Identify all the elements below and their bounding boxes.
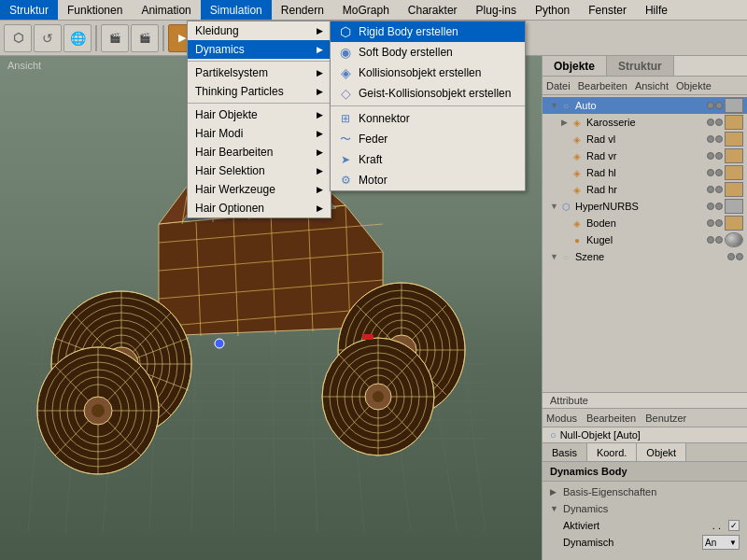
tree-item-szene[interactable]: ▼ ○ Szene (543, 248, 747, 265)
btn-tool5[interactable]: ⊡ (288, 24, 316, 52)
mesh-icon-radvl: ◈ (571, 133, 584, 146)
tree-arrow-auto[interactable]: ▼ (550, 101, 559, 110)
3d-scene-svg (28, 84, 486, 532)
menu-rendern[interactable]: Rendern (272, 0, 333, 20)
tree-item-kugel[interactable]: ● Kugel (543, 231, 747, 248)
mesh-icon-karosserie: ◈ (571, 116, 584, 129)
tree-label-radhl: Rad hl (586, 167, 707, 178)
tree-preview-karosserie (725, 115, 743, 130)
attr-menu-bearbeiten[interactable]: Bearbeiten (586, 413, 636, 424)
btn-tool4[interactable]: ⊞ (258, 24, 286, 52)
menu-python[interactable]: Python (526, 0, 579, 20)
tree-item-radhr[interactable]: ◈ Rad hr (543, 181, 747, 198)
attr-checkbox-aktiviert[interactable]: ✓ (728, 520, 740, 531)
object-manager-header: Objekte Struktur (543, 56, 747, 77)
btn-tool7[interactable]: ❓ (347, 24, 375, 52)
tree-label-auto: Auto (575, 100, 707, 111)
tree-arrow-hypernurbs[interactable]: ▼ (550, 202, 559, 211)
separator-3 (379, 25, 381, 51)
tree-preview-boden (725, 216, 743, 231)
attr-panel-header: Attribute (543, 393, 747, 409)
separator-1 (95, 25, 97, 51)
panel-menu-ansicht[interactable]: Ansicht (635, 80, 669, 91)
tree-preview-auto (725, 98, 743, 113)
menu-charakter[interactable]: Charakter (399, 0, 467, 20)
btn-tool1[interactable]: ▶ (168, 24, 196, 52)
attr-object-name: Null-Objekt [Auto] (560, 429, 641, 441)
viewport[interactable]: Ansicht (0, 56, 542, 560)
tab-structure[interactable]: Struktur (607, 56, 674, 76)
tree-label-karosserie: Karosserie (586, 117, 707, 128)
scene-background: Ansicht (0, 56, 542, 560)
btn-move[interactable]: ⬡ (4, 24, 32, 52)
attr-panel-toolbar: Modus Bearbeiten Benutzer (543, 409, 747, 427)
tree-dots-radvl (707, 135, 723, 143)
nurbs-icon-hypernurbs: ⬡ (559, 200, 572, 213)
tree-label-radvr: Rad vr (586, 150, 707, 161)
btn-tool6[interactable]: ✿ (317, 24, 345, 52)
attr-tab-objekt[interactable]: Objekt (637, 443, 686, 461)
menu-mograph[interactable]: MoGraph (333, 0, 399, 20)
menu-animation[interactable]: Animation (132, 0, 200, 20)
attr-object-label: ○ Null-Objekt [Auto] (543, 427, 747, 443)
panel-toolbar: Datei Bearbeiten Ansicht Objekte (543, 77, 747, 95)
tree-preview-radhr (725, 182, 743, 197)
collapse-icon-dynamics[interactable]: ▼ (550, 504, 559, 513)
toolbar: ⬡ ↺ 🌐 🎬 🎬 ▶ ✦ ✧ ⊞ ⊡ ✿ ❓ ▣ (0, 21, 747, 56)
btn-tool3[interactable]: ✧ (228, 24, 256, 52)
dynamics-body-label: Dynamics Body (543, 462, 747, 482)
tree-item-karosserie[interactable]: ▶ ◈ Karosserie (543, 114, 747, 131)
panel-menu-objekte[interactable]: Objekte (676, 80, 712, 91)
tree-item-radvl[interactable]: ◈ Rad vl (543, 131, 747, 147)
attr-label-basis: Basis-Eigenschaften (563, 486, 656, 497)
tree-item-hypernurbs[interactable]: ▼ ⬡ HyperNURBS (543, 198, 747, 215)
attr-label-dynamics: Dynamics (563, 503, 608, 514)
panel-menu-datei[interactable]: Datei (546, 80, 571, 91)
attr-menu-modus[interactable]: Modus (546, 413, 577, 424)
tree-item-radvr[interactable]: ◈ Rad vr (543, 147, 747, 164)
right-panel: Objekte Struktur Datei Bearbeiten Ansich… (542, 56, 747, 560)
tree-label-hypernurbs: HyperNURBS (575, 201, 707, 212)
mesh-icon-radhl: ◈ (571, 166, 584, 179)
tree-item-radhl[interactable]: ◈ Rad hl (543, 164, 747, 181)
attr-dropdown-dynamisch[interactable]: An ▼ (702, 535, 740, 550)
panel-menu-bearbeiten[interactable]: Bearbeiten (578, 80, 627, 91)
btn-render2[interactable]: 🎬 (131, 24, 159, 52)
tree-arrow-szene[interactable]: ▼ (550, 252, 559, 261)
attr-menu-benutzer[interactable]: Benutzer (645, 413, 686, 424)
tree-arrow-karosserie[interactable]: ▶ (561, 118, 571, 127)
tree-preview-radvl (725, 132, 743, 147)
attribute-panel: Attribute Modus Bearbeiten Benutzer ○ Nu… (543, 392, 747, 560)
attr-section-basis: ▶ Basis-Eigenschaften ▼ Dynamics Aktivie… (543, 482, 747, 553)
mesh-icon-radhr: ◈ (571, 183, 584, 196)
attr-row-basis-eigenschaften[interactable]: ▶ Basis-Eigenschaften (550, 483, 740, 500)
menu-struktur[interactable]: Struktur (0, 0, 58, 20)
tree-preview-kugel (725, 232, 743, 247)
tree-item-boden[interactable]: ◈ Boden (543, 215, 747, 231)
attr-tab-basis[interactable]: Basis (543, 443, 587, 461)
tree-item-auto[interactable]: ▼ ○ Auto (543, 97, 747, 114)
menu-funktionen[interactable]: Funktionen (58, 0, 132, 20)
tab-objects[interactable]: Objekte (543, 56, 607, 76)
object-tree: ▼ ○ Auto ▶ ◈ Karosserie (543, 95, 747, 392)
menu-hilfe[interactable]: Hilfe (636, 0, 677, 20)
tree-label-boden: Boden (586, 217, 707, 229)
tree-dots-kugel (707, 236, 723, 244)
null-icon-label: ○ (550, 429, 557, 441)
attr-row-dynamics[interactable]: ▼ Dynamics (550, 500, 740, 517)
attr-checkbox-label-aktiviert: Aktiviert (563, 520, 709, 531)
btn-scale[interactable]: 🌐 (63, 24, 92, 52)
btn-tool2[interactable]: ✦ (198, 24, 226, 52)
attr-tab-koord[interactable]: Koord. (587, 443, 637, 461)
tree-dots-radhr (707, 186, 723, 193)
btn-render[interactable]: 🎬 (101, 24, 129, 52)
menu-plugins[interactable]: Plug-ins (467, 0, 526, 20)
sphere-icon-kugel: ● (571, 233, 584, 246)
collapse-icon-basis[interactable]: ▶ (550, 487, 559, 497)
btn-rotate[interactable]: ↺ (34, 24, 62, 52)
wheel-rr (322, 338, 434, 455)
menu-simulation[interactable]: Simulation (201, 0, 272, 20)
menu-fenster[interactable]: Fenster (579, 0, 636, 20)
btn-render-preview[interactable]: ▣ (385, 24, 413, 52)
mesh-icon-radvr: ◈ (571, 149, 584, 162)
